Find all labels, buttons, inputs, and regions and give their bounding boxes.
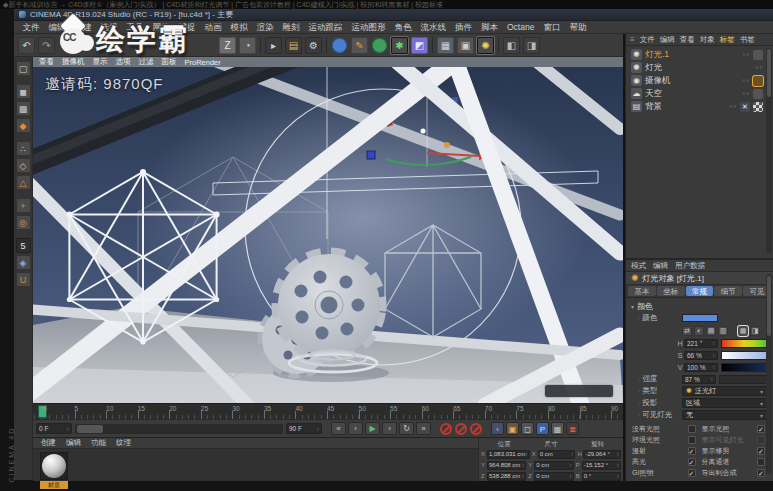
- color-wheel-icon[interactable]: ◐: [694, 326, 704, 336]
- object-name[interactable]: 摄像机: [645, 75, 671, 87]
- attribute-tab[interactable]: 细节: [714, 286, 742, 296]
- checkbox[interactable]: ✓: [688, 469, 696, 477]
- hsv-field[interactable]: 100 %↕: [684, 363, 718, 372]
- object-manager-menu-item[interactable]: 查看: [680, 35, 695, 45]
- material-menu-item[interactable]: 功能: [91, 438, 106, 448]
- menu-item[interactable]: 流水线: [416, 21, 451, 34]
- intensity-field[interactable]: 87 %↕: [682, 375, 716, 384]
- menu-item[interactable]: 窗口: [539, 21, 565, 34]
- object-manager-menu-item[interactable]: 书签: [740, 35, 755, 45]
- viewport-menu-item[interactable]: 查看: [39, 57, 54, 67]
- screen-pick-icon[interactable]: ◨: [750, 326, 760, 336]
- enable-axis-icon[interactable]: +: [16, 198, 31, 213]
- goto-start-button[interactable]: «: [331, 422, 346, 435]
- menu-item[interactable]: 文件: [18, 21, 44, 34]
- swatches-icon[interactable]: ▦: [738, 326, 748, 336]
- checkbox[interactable]: [757, 458, 765, 466]
- object-row[interactable]: ✺灯光◦◦: [626, 61, 773, 74]
- viewport-solo-icon[interactable]: ◎: [16, 215, 31, 230]
- layout-right-icon[interactable]: ◨: [523, 37, 540, 54]
- panel-menu-icon[interactable]: ≡: [630, 35, 635, 44]
- xray-tag-icon[interactable]: ✕: [740, 102, 750, 112]
- redo-icon[interactable]: ↷: [38, 37, 55, 54]
- material-menu-item[interactable]: 编辑: [66, 438, 81, 448]
- object-manager-menu-item[interactable]: 编辑: [660, 35, 675, 45]
- titlebar[interactable]: CINEMA 4D R19.024 Studio (RC - R19) - [t…: [14, 9, 773, 21]
- current-frame-field[interactable]: 0 F↕: [36, 423, 72, 434]
- viewport-menu-item[interactable]: ProRender: [185, 58, 221, 67]
- coord-field[interactable]: 0 °↕: [582, 472, 621, 481]
- polygons-mode-icon[interactable]: △: [16, 175, 31, 190]
- visibility-dots[interactable]: ◦◦: [729, 102, 737, 111]
- spectrum-icon[interactable]: ▤: [706, 326, 716, 336]
- picker-icon[interactable]: ▥: [718, 326, 728, 336]
- visibility-dots[interactable]: ◦◦: [755, 63, 763, 72]
- hsv-gradient-slider[interactable]: [721, 351, 767, 360]
- position-key-toggle[interactable]: +: [491, 422, 504, 435]
- end-frame-field[interactable]: 90 F↕: [286, 423, 322, 434]
- visibility-dots[interactable]: ◦◦: [742, 50, 750, 59]
- menu-item[interactable]: 帮助: [565, 21, 591, 34]
- attribute-tab[interactable]: 基本: [628, 286, 656, 296]
- timeline-ruler[interactable]: 051015202530354045505560657075808590: [33, 403, 623, 419]
- checkbox[interactable]: ✓: [757, 447, 765, 455]
- undo-icon[interactable]: ↶: [18, 37, 35, 54]
- menu-item[interactable]: 选择: [96, 21, 122, 34]
- material-name[interactable]: 材质: [40, 481, 68, 489]
- intensity-slider[interactable]: [719, 375, 767, 384]
- deformer-icon[interactable]: ◩: [411, 37, 428, 54]
- timeline-window-button[interactable]: ≣: [566, 422, 579, 435]
- checkbox[interactable]: ✓: [688, 458, 696, 466]
- object-row[interactable]: ◉摄像机◦◦: [626, 74, 773, 87]
- object-name[interactable]: 灯光.1: [645, 49, 669, 61]
- snap-icon[interactable]: 5: [16, 238, 31, 253]
- timeline-scrollbar[interactable]: [75, 424, 283, 434]
- object-manager-menu-item[interactable]: 标签: [720, 35, 735, 45]
- layout-left-icon[interactable]: ◧: [503, 37, 520, 54]
- render-view-icon[interactable]: ▸: [265, 37, 282, 54]
- attribute-scrollbar[interactable]: [766, 274, 772, 474]
- attribute-menu-item[interactable]: 用户数据: [675, 261, 705, 271]
- keyframe-selection-button[interactable]: [470, 423, 482, 435]
- last-tool-icon[interactable]: Z: [219, 37, 236, 54]
- viewport-menu-item[interactable]: 过滤: [139, 57, 154, 67]
- render-picture-viewer-icon[interactable]: ▤: [285, 37, 302, 54]
- viewport-menu-item[interactable]: 选项: [116, 57, 131, 67]
- material-menu-item[interactable]: 创建: [41, 438, 56, 448]
- attribute-tab[interactable]: 常规: [686, 286, 714, 296]
- light-icon[interactable]: ✺: [477, 37, 494, 54]
- menu-item[interactable]: 插件: [451, 21, 477, 34]
- coord-field[interactable]: 964.808 cm↕: [487, 461, 526, 470]
- menu-item[interactable]: 渲染: [252, 21, 278, 34]
- plain-tag-icon[interactable]: [753, 50, 763, 60]
- environment-floor-icon[interactable]: ▦: [437, 37, 454, 54]
- visibility-dots[interactable]: ◦◦: [742, 89, 750, 98]
- menu-item[interactable]: 网格: [148, 21, 174, 34]
- texture-mode-icon[interactable]: ▩: [16, 101, 31, 116]
- texture-tag-icon[interactable]: [753, 102, 763, 112]
- subdivision-surface-icon[interactable]: [372, 38, 387, 53]
- menu-item[interactable]: 雕刻: [278, 21, 304, 34]
- render-settings-icon[interactable]: ⚙: [305, 37, 322, 54]
- object-manager-menu-item[interactable]: 对象: [700, 35, 715, 45]
- prev-frame-button[interactable]: ‹: [348, 422, 363, 435]
- object-row[interactable]: ▤背景◦◦✕: [626, 100, 773, 113]
- dropdown[interactable]: 区域▾: [682, 398, 767, 408]
- menu-item[interactable]: 脚本: [477, 21, 503, 34]
- checkbox[interactable]: ✓: [757, 425, 765, 433]
- hsv-gradient-slider[interactable]: [721, 339, 767, 348]
- checkbox[interactable]: [688, 425, 696, 433]
- attribute-menu-item[interactable]: 编辑: [653, 261, 668, 271]
- material-menu-item[interactable]: 纹理: [116, 438, 131, 448]
- next-frame-button[interactable]: ›: [382, 422, 397, 435]
- hsv-gradient-slider[interactable]: [721, 363, 767, 372]
- swatch-mode-icon[interactable]: ⇄: [682, 326, 692, 336]
- coord-field[interactable]: -15.152 °↕: [582, 461, 621, 470]
- plain-tag-icon[interactable]: [753, 89, 763, 99]
- menu-item[interactable]: 创建: [70, 21, 96, 34]
- viewport-menu-item[interactable]: 显示: [93, 57, 108, 67]
- dropdown[interactable]: ✺泛光灯▾: [682, 386, 767, 396]
- menu-item[interactable]: 编辑: [44, 21, 70, 34]
- object-manager-scrollbar[interactable]: [766, 48, 772, 253]
- viewport[interactable]: 邀请码: 9870QF: [33, 67, 623, 403]
